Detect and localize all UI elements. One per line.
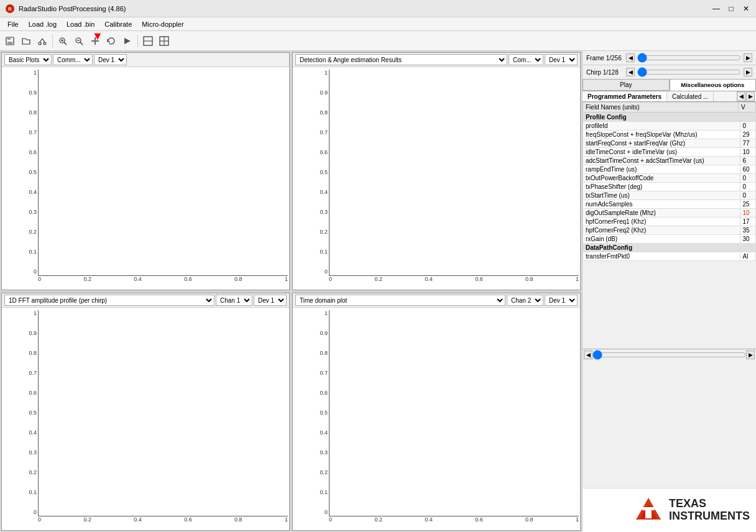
cut-button[interactable] [35,34,50,48]
plot-header-2: Detection & Angle estimation Results Com… [293,53,580,67]
svg-rect-3 [7,37,11,40]
plot-header-4: Time domain plot Chan 2 Dev 1 [293,293,580,308]
maximize-button[interactable]: □ [726,4,736,14]
section-datapath: DataPathConfig [583,244,756,252]
refresh-button[interactable] [104,34,119,48]
frame-slider[interactable] [637,53,741,62]
menu-micro-doppler[interactable]: Micro-doppler [137,19,188,29]
plot-header-1: Basic Plots Comm... Dev 1 [2,53,289,67]
svg-text:R: R [8,6,12,12]
forward-button[interactable] [120,34,135,48]
field-rampend: rampEndTime (us) [583,165,740,174]
plot2-type-select[interactable]: Detection & Angle estimation Results [295,54,507,65]
plot3-dev-select[interactable]: Dev 1 [254,295,287,306]
params-table-body: Profile Config profileId 0 freqSlopeCons… [583,112,756,261]
plot2-canvas: 10.90.80.70.6 0.50.40.30.20.10 00.20.40.… [293,67,580,290]
plot4-canvas: 10.90.80.70.6 0.50.40.30.20.10 00.20.40.… [293,308,580,530]
menu-calibrate[interactable]: Calibrate [99,19,137,29]
plot2-dev-select[interactable]: Dev 1 [545,54,578,65]
field-rxgain: rxGain (dB) [583,235,740,244]
separator-1 [52,35,53,47]
val-numadc: 25 [740,200,755,209]
table-row: digOutSampleRate (Mhz) 10 [583,209,756,218]
ti-logo-area: TEXAS INSTRUMENTS [583,488,756,532]
title-bar: R RadarStudio PostProcessing (4.86) — □ … [0,0,756,17]
chirp-row: Chirp 1/128 ◀ ▶ [583,65,756,79]
table-scroll[interactable]: Profile Config profileId 0 freqSlopeCons… [583,112,756,349]
plot-panel-3: 1D FFT amplitude profile (per chirp) Cha… [1,293,290,531]
plots-area: Basic Plots Comm... Dev 1 10.90.80.70.6 … [0,51,582,532]
table-row: hpfCornerFreq2 (Khz) 35 [583,226,756,235]
table-row: rxGain (dB) 30 [583,235,756,244]
val-txpower: 0 [740,174,755,183]
table-row: freqSlopeConst + freqSlopeVar (Mhz/us) 2… [583,131,756,139]
svg-line-10 [64,42,67,45]
tab-play[interactable]: Play [583,79,670,91]
tab-misc[interactable]: Miscellaneous options [670,79,757,91]
minimize-button[interactable]: — [711,4,721,14]
plot3-type-select[interactable]: 1D FFT amplitude profile (per chirp) [4,295,214,306]
field-hpf1: hpfCornerFreq1 (Khz) [583,218,740,226]
ti-logo-icon [633,495,664,526]
chirp-left-button[interactable]: ◀ [626,68,635,76]
chirp-right-button[interactable]: ▶ [744,68,752,76]
menu-file[interactable]: File [2,19,24,29]
plot3-area [38,310,288,516]
frame-row: Frame 1/256 ◀ ▶ [583,51,756,65]
chirp-slider[interactable] [637,68,741,76]
subtab-calculated[interactable]: Calculated ... [667,92,714,101]
table-row: txOutPowerBackoffCode 0 [583,174,756,183]
field-transfer: transferFmtPkt0 [583,252,740,261]
zoom-out-button[interactable] [71,34,86,48]
plot1-area [38,70,288,276]
plot4-x-axis: 00.20.40.60.81 [329,516,579,528]
h-scrollbar[interactable] [592,351,746,359]
plot2-x-axis: 00.20.40.60.81 [329,276,579,287]
plot3-x-axis: 00.20.40.60.81 [38,516,288,528]
close-button[interactable]: ✕ [741,4,751,14]
tab-row: Play Miscellaneous options [583,79,756,91]
svg-line-7 [40,39,42,42]
save-button[interactable] [2,34,17,48]
frame-left-button[interactable]: ◀ [626,53,635,62]
subtab-programmed[interactable]: Programmed Parameters [583,92,667,101]
field-hpf2: hpfCornerFreq2 (Khz) [583,226,740,235]
h-scroll-right-button[interactable]: ▶ [746,351,755,359]
plot4-type-select[interactable]: Time domain plot [295,295,505,306]
table-row: profileId 0 [583,122,756,131]
table-row: rampEndTime (us) 60 [583,165,756,174]
menu-load-log[interactable]: Load .log [24,19,62,29]
plot1-dev-select[interactable]: Dev 1 [94,54,127,65]
table-row: startFreqConst + startFreqVar (Ghz) 77 [583,139,756,148]
svg-point-5 [39,42,41,45]
separator-2 [137,35,138,47]
subtab-next-button[interactable]: ▶ [746,91,755,101]
svg-line-14 [80,42,83,45]
zoom-in-button[interactable] [55,34,70,48]
red-arrow-indicator: ▼ [92,30,103,43]
ti-logo: TEXAS INSTRUMENTS [633,495,750,526]
h-scroll-left-button[interactable]: ◀ [584,351,592,359]
val-hpf1: 17 [740,218,755,226]
section-datapath-label: DataPathConfig [583,244,756,252]
toolbar: ▼ [0,31,756,51]
table-row: txStartTime (us) 0 [583,191,756,200]
plot3-chan-select[interactable]: Chan 1 [216,295,252,306]
plot4-dev-select[interactable]: Dev 1 [545,295,578,306]
window-controls: — □ ✕ [711,4,751,14]
menu-bar: File Load .log Load .bin Calibrate Micro… [0,17,756,31]
open-button[interactable] [19,34,34,48]
frame-right-button[interactable]: ▶ [744,53,752,62]
field-idletime: idleTimeConst + idleTimeVar (us) [583,148,740,157]
plot1-type-select[interactable]: Basic Plots [4,54,52,65]
plot4-area [329,310,579,516]
layout1-button[interactable] [141,34,155,48]
plot3-y-axis: 10.90.80.70.6 0.50.40.30.20.10 [21,310,38,515]
plot2-comm-select[interactable]: Com... [509,54,543,65]
plot4-chan-select[interactable]: Chan 2 [507,295,543,306]
subtab-prev-button[interactable]: ◀ [737,91,745,101]
plot4-y-axis: 10.90.80.70.6 0.50.40.30.20.10 [311,310,329,515]
layout2-button[interactable] [157,34,172,48]
plot1-comm-select[interactable]: Comm... [53,54,93,65]
menu-load-bin[interactable]: Load .bin [62,19,99,29]
